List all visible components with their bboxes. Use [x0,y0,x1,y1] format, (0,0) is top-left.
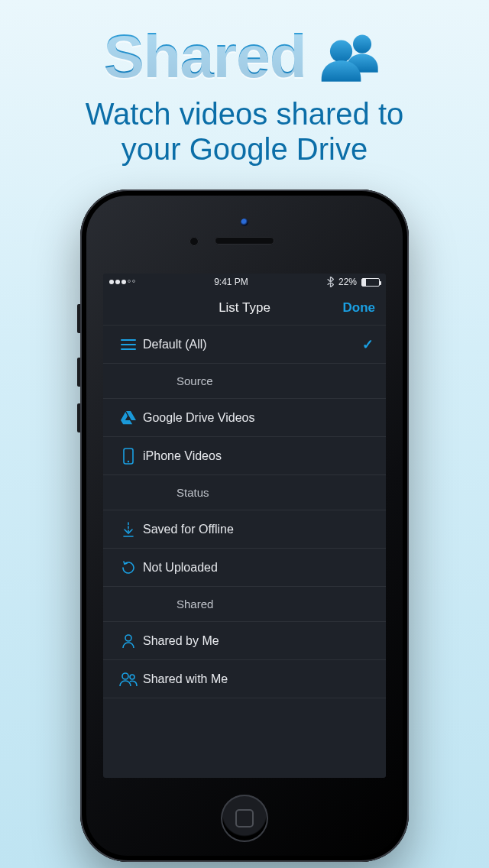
list-item-label: Shared by Me [143,634,374,648]
status-time: 9:41 PM [214,277,248,287]
promo-header: Shared Watch videos shared to your Googl… [0,0,489,167]
list-item-label: Saved for Offline [143,523,374,536]
phone-camera [241,219,248,226]
done-button[interactable]: Done [343,290,376,325]
phone-frame: 9:41 PM 22% List Type Done [80,189,409,862]
home-button[interactable] [221,795,268,842]
list-type-list: Default (All) ✓ Source Google Drive Vide… [103,326,386,778]
bluetooth-icon [327,277,334,287]
app-screen: 9:41 PM 22% List Type Done [103,274,386,778]
svg-point-6 [128,460,129,462]
download-icon [114,522,143,537]
list-item-default[interactable]: Default (All) ✓ [103,326,386,364]
svg-point-10 [122,673,128,679]
phone-speaker [215,237,274,245]
section-header-status: Status [103,475,386,510]
promo-subtitle: Watch videos shared to your Google Drive [0,96,489,167]
list-item-not-uploaded[interactable]: Not Uploaded [103,549,386,587]
person-icon [114,633,143,649]
section-header-shared: Shared [103,587,386,622]
list-item-label: Not Uploaded [143,561,374,575]
people-pair-icon [114,672,143,687]
svg-point-0 [353,35,371,53]
list-item-offline[interactable]: Saved for Offline [103,510,386,549]
svg-point-1 [330,40,352,63]
battery-icon [361,278,380,287]
svg-point-11 [130,675,134,679]
status-bar: 9:41 PM 22% [103,274,386,290]
nav-bar: List Type Done [103,290,386,326]
list-item-label: iPhone Videos [143,449,374,463]
checkmark-icon: ✓ [362,336,374,353]
status-battery-pct: 22% [338,277,357,287]
iphone-icon [114,448,143,465]
people-icon [320,31,386,82]
list-item-label: Shared with Me [143,672,374,686]
list-item-shared-with-me[interactable]: Shared with Me [103,660,386,698]
list-item-label: Google Drive Videos [143,411,374,425]
svg-point-9 [125,635,131,641]
promo-title: Shared [103,21,306,92]
refresh-icon [114,560,143,575]
list-item-label: Default (All) [143,338,362,351]
nav-title: List Type [219,300,270,316]
list-item-iphone[interactable]: iPhone Videos [103,437,386,475]
google-drive-icon [114,411,143,425]
list-lines-icon [114,338,143,351]
section-header-source: Source [103,364,386,399]
signal-icon [109,280,135,284]
phone-sensor [189,237,199,246]
list-item-gdrive[interactable]: Google Drive Videos [103,399,386,437]
list-item-shared-by-me[interactable]: Shared by Me [103,622,386,660]
